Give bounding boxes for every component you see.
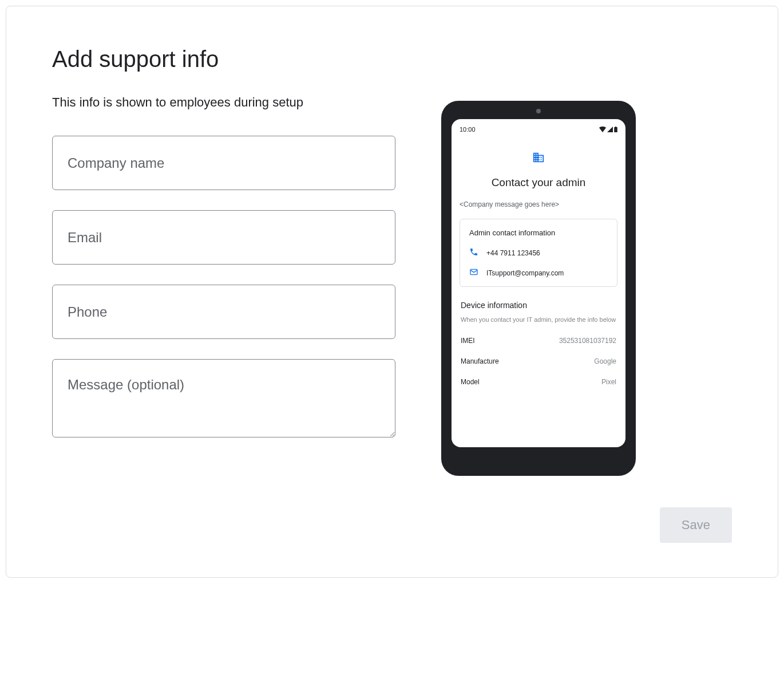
phone-header: Contact your admin (460, 151, 617, 189)
admin-card-title: Admin contact information (469, 228, 608, 237)
device-info-title: Device information (461, 301, 616, 310)
device-value: Google (594, 357, 616, 365)
svg-rect-1 (615, 127, 616, 127)
contact-email-row: ITsupport@company.com (469, 267, 608, 278)
device-info-subtitle: When you contact your IT admin, provide … (461, 316, 616, 324)
actions-row: Save (52, 507, 732, 543)
contact-email-value: ITsupport@company.com (486, 269, 564, 277)
message-field-wrap (52, 359, 395, 440)
admin-contact-card: Admin contact information +44 7911 12345… (460, 219, 617, 287)
device-value: 352531081037192 (559, 337, 616, 345)
device-value: Pixel (601, 378, 616, 386)
phone-icon (469, 247, 478, 258)
camera-dot (536, 109, 541, 113)
svg-rect-0 (614, 127, 617, 132)
device-info-section: Device information When you contact your… (460, 301, 617, 386)
phone-frame: 10:00 Contact your ad (441, 101, 636, 476)
battery-icon (614, 127, 617, 132)
save-button[interactable]: Save (660, 507, 732, 543)
email-input[interactable] (52, 210, 395, 265)
contact-phone-row: +44 7911 123456 (469, 247, 608, 258)
preview-column: 10:00 Contact your ad (441, 95, 636, 476)
contact-phone-value: +44 7911 123456 (486, 249, 540, 257)
email-field-wrap (52, 210, 395, 265)
message-textarea[interactable] (52, 359, 395, 437)
support-info-card: Add support info This info is shown to e… (6, 6, 778, 578)
phone-field-wrap (52, 285, 395, 339)
phone-input[interactable] (52, 285, 395, 339)
company-name-input[interactable] (52, 136, 395, 190)
subtitle: This info is shown to employees during s… (52, 95, 395, 110)
building-icon (532, 151, 545, 166)
form-column: This info is shown to employees during s… (52, 95, 395, 460)
company-field-wrap (52, 136, 395, 190)
status-time: 10:00 (460, 126, 476, 133)
device-row-model: Model Pixel (461, 378, 616, 386)
signal-icon (607, 127, 613, 132)
device-row-manufacture: Manufacture Google (461, 357, 616, 365)
device-label: Model (461, 378, 480, 386)
device-row-imei: IMEI 352531081037192 (461, 337, 616, 345)
content-row: This info is shown to employees during s… (52, 95, 732, 476)
page-title: Add support info (52, 46, 732, 72)
phone-screen: 10:00 Contact your ad (452, 119, 625, 447)
company-message-placeholder: <Company message goes here> (460, 200, 617, 208)
status-bar: 10:00 (460, 126, 617, 133)
device-label: Manufacture (461, 357, 499, 365)
wifi-icon (599, 127, 606, 132)
preview-title: Contact your admin (460, 176, 617, 189)
status-icons (599, 127, 617, 132)
device-label: IMEI (461, 337, 475, 345)
email-icon (469, 267, 478, 278)
